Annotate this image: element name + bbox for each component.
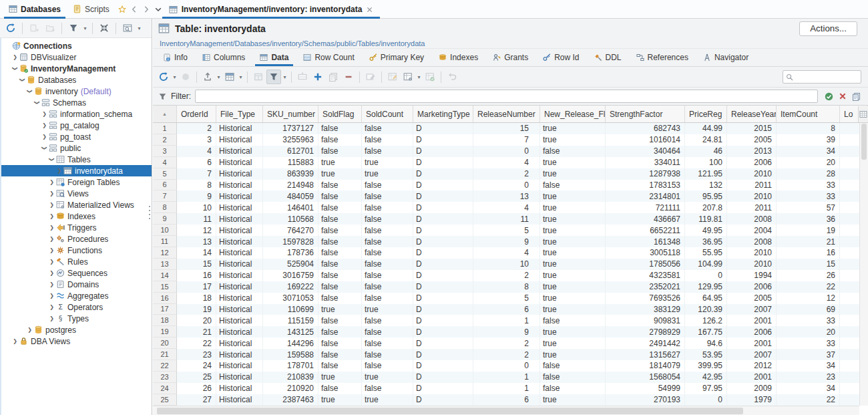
chevron-down-icon[interactable]: ❯ [12, 65, 18, 72]
table-cell[interactable]: false [540, 315, 606, 326]
favorites-star-icon[interactable] [118, 5, 126, 13]
horizontal-scrollbar[interactable] [153, 406, 859, 415]
table-cell[interactable]: 3255963 [263, 134, 318, 146]
column-header-file-type[interactable]: File_Type [216, 106, 263, 122]
actions-button[interactable]: Actions... [799, 21, 857, 36]
table-cell[interactable]: Historical [216, 123, 263, 134]
table-cell[interactable] [840, 259, 859, 270]
vertical-scrollbar-thumb[interactable] [861, 124, 867, 160]
table-cell[interactable]: 682743 [606, 123, 685, 134]
table-cell[interactable]: 2005 [727, 293, 777, 304]
table-cell[interactable]: 3005118 [606, 247, 685, 259]
table-cell[interactable]: 0 [685, 394, 727, 406]
table-cell[interactable]: false [362, 146, 413, 157]
table-cell[interactable]: 146401 [263, 202, 318, 213]
table-cell[interactable]: false [540, 383, 606, 394]
table-cell[interactable]: false [362, 225, 413, 236]
table-cell[interactable]: 11 [177, 213, 216, 225]
table-cell[interactable]: 16 [777, 247, 840, 259]
table-cell[interactable]: 69 [777, 304, 840, 315]
table-cell[interactable]: 24.81 [685, 134, 727, 146]
column-header-releaseyear[interactable]: ReleaseYear [727, 106, 777, 122]
tree-item-dba-views[interactable]: ❯DBA Views [1, 335, 152, 347]
table-cell[interactable]: true [318, 168, 362, 180]
chevron-right-icon[interactable]: ❯ [48, 236, 55, 242]
chevron-right-icon[interactable]: ❯ [48, 281, 55, 287]
sidebar-toolbar-collapse-all-button[interactable] [97, 21, 112, 35]
table-cell[interactable]: 57 [777, 202, 840, 213]
toolbar-undo-button[interactable] [445, 70, 459, 84]
chevron-right-icon[interactable]: ❯ [55, 168, 63, 174]
table-cell[interactable]: true [362, 168, 413, 180]
table-cell[interactable]: 210839 [263, 372, 318, 383]
nav-back-icon[interactable] [130, 5, 138, 13]
table-cell[interactable]: 15 [177, 259, 216, 270]
table-cell[interactable]: 6 [177, 157, 216, 168]
row-number-cell[interactable]: 6 [153, 180, 177, 191]
toolbar-insert-row-button[interactable] [295, 70, 310, 84]
table-cell[interactable]: 2314801 [606, 190, 685, 202]
table-cell[interactable]: 46 [685, 146, 727, 157]
table-cell[interactable]: 2011 [727, 180, 777, 191]
table-cell[interactable]: false [362, 134, 413, 146]
table-cell[interactable]: false [540, 146, 606, 157]
table-cell[interactable]: 214948 [263, 180, 318, 191]
table-cell[interactable]: false [318, 349, 362, 360]
chevron-right-icon[interactable]: ❯ [48, 247, 55, 253]
table-cell[interactable]: true [362, 304, 413, 315]
table-cell[interactable]: Historical [216, 157, 263, 168]
table-cell[interactable]: 18 [177, 293, 216, 304]
table-cell[interactable]: 19 [777, 225, 840, 236]
table-cell[interactable] [840, 360, 859, 372]
table-cell[interactable]: 104.99 [685, 259, 727, 270]
table-cell[interactable]: Historical [216, 259, 263, 270]
table-cell[interactable]: D [413, 259, 473, 270]
table-cell[interactable]: true [540, 247, 606, 259]
table-cell[interactable] [840, 225, 859, 236]
table-cell[interactable]: false [362, 360, 413, 372]
table-cell[interactable]: false [362, 315, 413, 326]
table-cell[interactable]: 10 [177, 202, 216, 213]
table-cell[interactable]: 2007 [727, 349, 777, 360]
panel-search-dropdown-icon[interactable]: ▾ [136, 25, 142, 31]
table-cell[interactable]: 2001 [727, 337, 777, 349]
table-cell[interactable]: 1979 [727, 394, 777, 406]
table-cell[interactable]: 54999 [606, 383, 685, 394]
table-cell[interactable]: 20 [777, 157, 840, 168]
sidebar-toolbar-panel-search-button[interactable] [120, 21, 135, 35]
table-cell[interactable]: false [362, 326, 413, 337]
table-cell[interactable]: 2009 [727, 383, 777, 394]
table-cell[interactable]: 115883 [263, 157, 318, 168]
table-cell[interactable]: 36 [777, 213, 840, 225]
row-number-cell[interactable]: 2 [153, 134, 177, 146]
column-header-itemcount[interactable]: ItemCount [777, 106, 840, 122]
table-cell[interactable]: false [362, 213, 413, 225]
column-options-button[interactable] [858, 106, 868, 122]
chevron-right-icon[interactable]: ❯ [48, 270, 55, 276]
table-cell[interactable]: D [413, 315, 473, 326]
table-cell[interactable]: 21 [777, 236, 840, 247]
chevron-right-icon[interactable]: ❯ [41, 122, 48, 128]
table-cell[interactable]: 2491442 [606, 337, 685, 349]
tree-item-pg-catalog[interactable]: ❯pg_catalog [1, 120, 152, 131]
table-cell[interactable]: false [318, 123, 362, 134]
table-cell[interactable]: true [540, 213, 606, 225]
tree-item-triggers[interactable]: ❯Triggers [1, 222, 152, 233]
table-cell[interactable] [840, 281, 859, 293]
table-cell[interactable]: 13 [473, 190, 540, 202]
table-cell[interactable]: 95.95 [685, 190, 727, 202]
chevron-right-icon[interactable]: ❯ [26, 327, 33, 333]
tree-item-tables[interactable]: ❯Tables [1, 154, 152, 165]
row-number-cell[interactable]: 22 [153, 360, 177, 372]
grid-search-box[interactable] [783, 70, 861, 84]
table-cell[interactable]: D [413, 372, 473, 383]
table-cell[interactable]: 110568 [263, 213, 318, 225]
chevron-right-icon[interactable]: ❯ [48, 225, 55, 231]
table-cell[interactable]: false [318, 180, 362, 191]
table-cell[interactable]: 110699 [263, 304, 318, 315]
row-number-cell[interactable]: 24 [153, 383, 177, 394]
table-cell[interactable]: 2010 [727, 259, 777, 270]
table-cell[interactable]: 2007 [727, 304, 777, 315]
table-cell[interactable]: true [318, 394, 362, 406]
table-cell[interactable]: 2010 [727, 247, 777, 259]
